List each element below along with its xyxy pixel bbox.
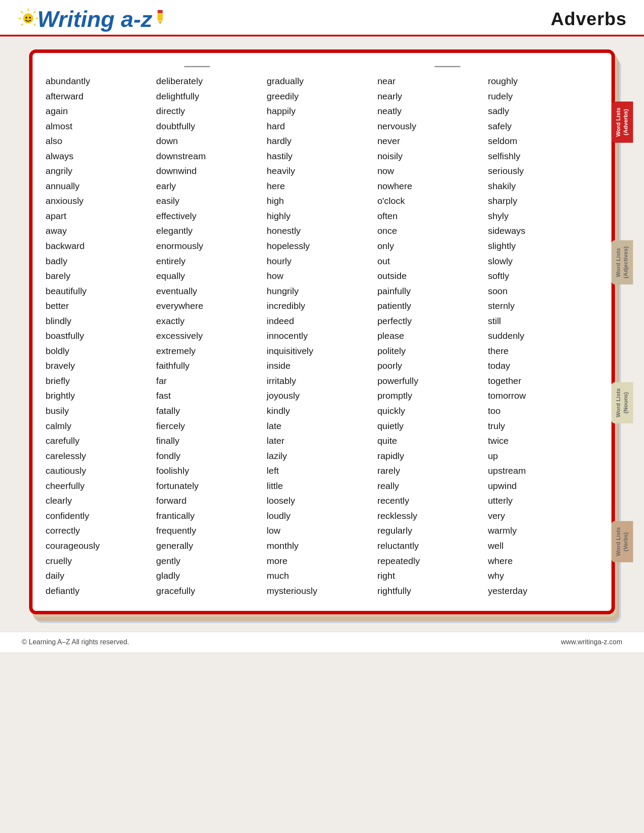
word-item: boastfully — [46, 329, 156, 343]
word-item: hungrily — [267, 284, 378, 298]
word-item: backward — [46, 239, 156, 253]
word-item: fatally — [156, 404, 267, 418]
word-item: shyly — [488, 209, 598, 223]
word-item: daily — [46, 569, 156, 583]
page-title: Adverbs — [551, 9, 627, 30]
word-item: perfectly — [377, 314, 488, 328]
word-item: neatly — [377, 104, 488, 118]
tab-adverbs[interactable]: Word Lists(Adverbs) — [611, 102, 633, 143]
word-item: sharply — [488, 194, 598, 208]
word-item: kindly — [267, 404, 378, 418]
word-item: why — [488, 569, 598, 583]
word-item: truly — [488, 419, 598, 433]
word-item: poorly — [377, 359, 488, 373]
word-item: also — [46, 134, 156, 148]
svg-line-4 — [34, 24, 35, 26]
word-item: abundantly — [46, 74, 156, 89]
word-item: twice — [488, 434, 598, 448]
word-item: later — [267, 434, 378, 448]
word-item: joyously — [267, 389, 378, 403]
word-item: yesterday — [488, 584, 598, 598]
main-card: Word Lists(Adverbs) Word Lists(Adjective… — [29, 49, 615, 614]
svg-point-9 — [29, 17, 31, 19]
word-item: left — [267, 464, 378, 478]
word-item: shakily — [488, 179, 598, 193]
word-item: selfishly — [488, 149, 598, 164]
word-item: regularly — [377, 524, 488, 538]
word-item: finally — [156, 434, 267, 448]
tab-adjectives[interactable]: Word Lists(Adjectives) — [611, 240, 633, 285]
word-item: suddenly — [488, 329, 598, 343]
word-item: together — [488, 374, 598, 388]
word-item: angrily — [46, 164, 156, 178]
word-item: much — [267, 569, 378, 583]
svg-rect-13 — [158, 10, 163, 12]
word-item: sadly — [488, 104, 598, 118]
word-item: rapidly — [377, 449, 488, 463]
word-item: hastily — [267, 149, 378, 164]
word-item: happily — [267, 104, 378, 118]
word-item: repeatedly — [377, 554, 488, 568]
word-item: more — [267, 554, 378, 568]
word-item: loosely — [267, 494, 378, 508]
word-item: carelessly — [46, 449, 156, 463]
word-item: o'clock — [377, 194, 488, 208]
word-item: quietly — [377, 419, 488, 433]
word-item: downstream — [156, 149, 267, 164]
word-item: correctly — [46, 524, 156, 538]
svg-rect-14 — [158, 12, 163, 13]
word-item: sternly — [488, 299, 598, 313]
sun-icon — [17, 8, 39, 30]
word-item: painfully — [377, 284, 488, 298]
word-item: out — [377, 254, 488, 269]
word-item: really — [377, 479, 488, 493]
tab-nouns[interactable]: Word Lists(Nouns) — [611, 382, 633, 423]
word-item: rightfully — [377, 584, 488, 598]
word-column-1: abundantlyafterwardagainalmostalsoalways… — [46, 74, 156, 598]
word-item: gradually — [267, 74, 378, 89]
svg-point-8 — [26, 17, 27, 19]
word-item: carefully — [46, 434, 156, 448]
word-item: powerfully — [377, 374, 488, 388]
top-line-1 — [184, 66, 210, 67]
word-item: right — [377, 569, 488, 583]
word-item: equally — [156, 269, 267, 283]
word-item: heavily — [267, 164, 378, 178]
word-item: today — [488, 359, 598, 373]
word-item: inside — [267, 359, 378, 373]
word-item: never — [377, 134, 488, 148]
logo: Writing a-z — [17, 8, 167, 30]
word-item: briefly — [46, 374, 156, 388]
word-item: forward — [156, 494, 267, 508]
word-item: deliberately — [156, 74, 267, 89]
word-item: slightly — [488, 239, 598, 253]
word-item: doubtfully — [156, 119, 267, 134]
word-item: everywhere — [156, 299, 267, 313]
word-item: early — [156, 179, 267, 193]
word-column-3: graduallygreedilyhappilyhardhardlyhastil… — [267, 74, 378, 598]
word-item: warmly — [488, 524, 598, 538]
word-item: tomorrow — [488, 389, 598, 403]
word-item: recklessly — [377, 509, 488, 523]
word-item: downwind — [156, 164, 267, 178]
word-item: quickly — [377, 404, 488, 418]
word-item: enormously — [156, 239, 267, 253]
word-item: cautiously — [46, 464, 156, 478]
word-item: recently — [377, 494, 488, 508]
word-item: irritably — [267, 374, 378, 388]
word-item: outside — [377, 269, 488, 283]
word-item: inquisitively — [267, 344, 378, 358]
word-item: apart — [46, 209, 156, 223]
word-item: hard — [267, 119, 378, 134]
word-item: safely — [488, 119, 598, 134]
svg-line-7 — [21, 24, 23, 26]
word-item: elegantly — [156, 224, 267, 238]
word-item: softly — [488, 269, 598, 283]
tab-verbs[interactable]: Word Lists(Verbs) — [611, 521, 633, 562]
word-item: gently — [156, 554, 267, 568]
word-item: confidently — [46, 509, 156, 523]
word-item: monthly — [267, 539, 378, 553]
word-item: fondly — [156, 449, 267, 463]
word-item: roughly — [488, 74, 598, 89]
word-item: brightly — [46, 389, 156, 403]
